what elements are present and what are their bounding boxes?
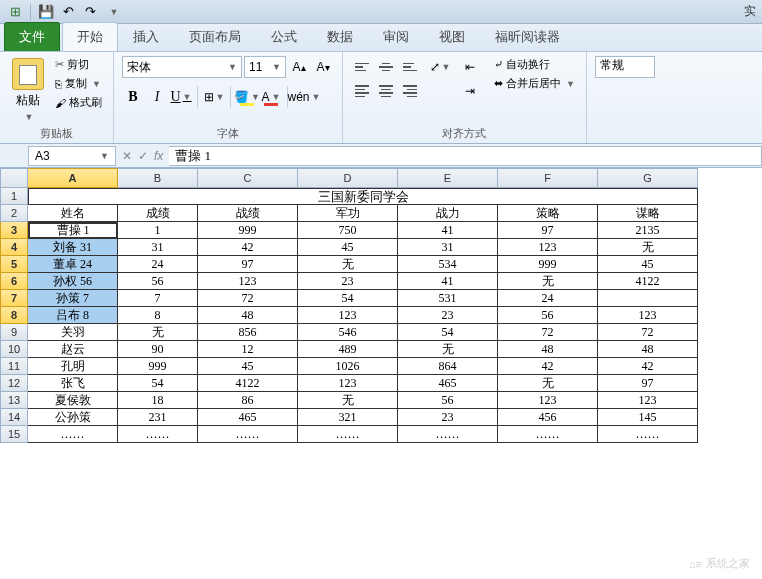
data-cell[interactable]: 无 xyxy=(118,324,198,341)
confirm-icon[interactable]: ✓ xyxy=(138,149,148,163)
font-color-button[interactable]: A▼ xyxy=(260,86,282,108)
font-size-select[interactable]: 11▼ xyxy=(244,56,286,78)
header-cell[interactable]: 谋略 xyxy=(598,205,698,222)
align-right-button[interactable] xyxy=(399,80,421,102)
data-cell[interactable]: …… xyxy=(118,426,198,443)
data-cell[interactable]: 999 xyxy=(498,256,598,273)
undo-icon[interactable]: ↶ xyxy=(59,3,77,21)
data-cell[interactable]: 41 xyxy=(398,273,498,290)
formula-input[interactable]: 曹操 1 xyxy=(169,146,762,166)
data-cell[interactable]: 97 xyxy=(598,375,698,392)
data-cell[interactable]: 24 xyxy=(118,256,198,273)
data-cell[interactable]: 123 xyxy=(498,239,598,256)
data-cell[interactable]: 72 xyxy=(598,324,698,341)
data-cell[interactable]: 8 xyxy=(118,307,198,324)
data-cell[interactable]: 无 xyxy=(298,392,398,409)
tab-review[interactable]: 审阅 xyxy=(368,22,424,51)
data-cell[interactable]: 关羽 xyxy=(28,324,118,341)
data-cell[interactable]: 31 xyxy=(398,239,498,256)
data-cell[interactable]: 2135 xyxy=(598,222,698,239)
data-cell[interactable]: 321 xyxy=(298,409,398,426)
data-cell[interactable]: 4122 xyxy=(598,273,698,290)
data-cell[interactable]: 999 xyxy=(118,358,198,375)
data-cell[interactable]: 456 xyxy=(498,409,598,426)
data-cell[interactable]: …… xyxy=(298,426,398,443)
data-cell[interactable]: 72 xyxy=(198,290,298,307)
col-header-A[interactable]: A xyxy=(28,168,118,188)
data-cell[interactable]: 54 xyxy=(398,324,498,341)
data-cell[interactable]: …… xyxy=(28,426,118,443)
data-cell[interactable]: 孔明 xyxy=(28,358,118,375)
data-cell[interactable]: 23 xyxy=(298,273,398,290)
qat-dropdown-icon[interactable]: ▼ xyxy=(105,3,123,21)
cancel-icon[interactable]: ✕ xyxy=(122,149,132,163)
header-cell[interactable]: 战绩 xyxy=(198,205,298,222)
data-cell[interactable]: …… xyxy=(598,426,698,443)
data-cell[interactable]: 无 xyxy=(298,256,398,273)
row-header-10[interactable]: 10 xyxy=(0,341,28,358)
data-cell[interactable]: 97 xyxy=(198,256,298,273)
tab-view[interactable]: 视图 xyxy=(424,22,480,51)
data-cell[interactable]: 999 xyxy=(198,222,298,239)
align-top-button[interactable] xyxy=(351,56,373,78)
tab-file[interactable]: 文件 xyxy=(4,22,60,51)
data-cell[interactable]: 公孙策 xyxy=(28,409,118,426)
data-cell[interactable]: 赵云 xyxy=(28,341,118,358)
underline-button[interactable]: U▼ xyxy=(170,86,192,108)
row-header-15[interactable]: 15 xyxy=(0,426,28,443)
data-cell[interactable]: 1 xyxy=(118,222,198,239)
data-cell[interactable]: 31 xyxy=(118,239,198,256)
header-cell[interactable]: 姓名 xyxy=(28,205,118,222)
data-cell[interactable]: 48 xyxy=(598,341,698,358)
tab-data[interactable]: 数据 xyxy=(312,22,368,51)
align-left-button[interactable] xyxy=(351,80,373,102)
paste-button[interactable]: 粘贴 ▼ xyxy=(8,56,48,124)
increase-indent-button[interactable]: ⇥ xyxy=(459,80,481,102)
tab-insert[interactable]: 插入 xyxy=(118,22,174,51)
data-cell[interactable]: 534 xyxy=(398,256,498,273)
data-cell[interactable]: 56 xyxy=(398,392,498,409)
data-cell[interactable]: 无 xyxy=(498,273,598,290)
data-cell[interactable]: 4122 xyxy=(198,375,298,392)
data-cell[interactable]: 97 xyxy=(498,222,598,239)
cut-button[interactable]: ✂剪切 xyxy=(52,56,105,73)
copy-button[interactable]: ⎘复制▼ xyxy=(52,75,105,92)
data-cell[interactable]: 42 xyxy=(198,239,298,256)
data-cell[interactable]: 无 xyxy=(398,341,498,358)
number-format-select[interactable]: 常规 xyxy=(595,56,655,78)
data-cell[interactable]: 41 xyxy=(398,222,498,239)
data-cell[interactable]: 孙权 56 xyxy=(28,273,118,290)
col-header-C[interactable]: C xyxy=(198,168,298,188)
data-cell[interactable]: 18 xyxy=(118,392,198,409)
data-cell[interactable]: 56 xyxy=(118,273,198,290)
data-cell[interactable]: 董卓 24 xyxy=(28,256,118,273)
col-header-E[interactable]: E xyxy=(398,168,498,188)
align-bottom-button[interactable] xyxy=(399,56,421,78)
col-header-B[interactable]: B xyxy=(118,168,198,188)
italic-button[interactable]: I xyxy=(146,86,168,108)
tab-layout[interactable]: 页面布局 xyxy=(174,22,256,51)
tab-home[interactable]: 开始 xyxy=(62,22,118,51)
data-cell[interactable]: …… xyxy=(498,426,598,443)
data-cell[interactable]: 54 xyxy=(118,375,198,392)
data-cell[interactable]: 750 xyxy=(298,222,398,239)
data-cell[interactable]: 夏侯敦 xyxy=(28,392,118,409)
row-header-7[interactable]: 7 xyxy=(0,290,28,307)
data-cell[interactable]: 张飞 xyxy=(28,375,118,392)
row-header-9[interactable]: 9 xyxy=(0,324,28,341)
decrease-indent-button[interactable]: ⇤ xyxy=(459,56,481,78)
data-cell[interactable]: 90 xyxy=(118,341,198,358)
data-cell[interactable]: 48 xyxy=(198,307,298,324)
data-cell[interactable]: 曹操 1 xyxy=(28,222,118,239)
tab-formula[interactable]: 公式 xyxy=(256,22,312,51)
name-box[interactable]: A3▼ xyxy=(28,146,116,166)
row-header-14[interactable]: 14 xyxy=(0,409,28,426)
data-cell[interactable]: 45 xyxy=(298,239,398,256)
orientation-button[interactable]: ⤢▼ xyxy=(429,56,451,78)
row-header-8[interactable]: 8 xyxy=(0,307,28,324)
data-cell[interactable]: …… xyxy=(198,426,298,443)
row-header-12[interactable]: 12 xyxy=(0,375,28,392)
select-all-corner[interactable] xyxy=(0,168,28,188)
data-cell[interactable]: 72 xyxy=(498,324,598,341)
data-cell[interactable]: 23 xyxy=(398,409,498,426)
